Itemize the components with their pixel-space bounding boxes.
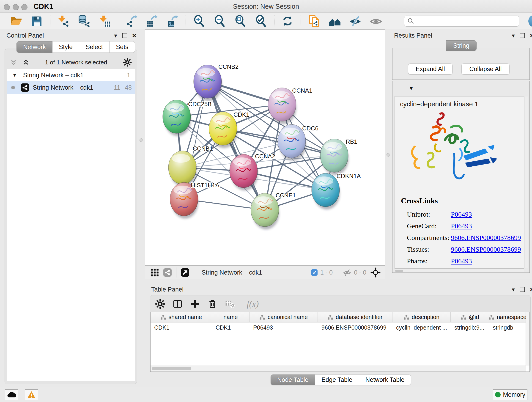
tab-sets[interactable]: Sets (109, 41, 135, 53)
results-panel-float-icon[interactable]: ▾ (512, 32, 515, 38)
results-horizontal-scrollbar[interactable] (395, 269, 524, 272)
table-vertical-scrollbar[interactable] (526, 312, 530, 366)
table-cell[interactable]: stringdb (489, 322, 526, 332)
expand-all-button[interactable]: Expand All (408, 64, 452, 75)
collapse-all-button[interactable]: Collapse All (462, 64, 510, 75)
hide-selected-button[interactable] (345, 14, 366, 28)
left-splitter-handle[interactable] (139, 138, 143, 142)
zoom-out-button[interactable] (209, 14, 230, 28)
table-options-button[interactable] (153, 298, 167, 310)
collapse-triangle-icon[interactable]: ▼ (409, 85, 414, 91)
crosslink-row: Compartments:9606.ENSP00000378699 (407, 232, 522, 243)
birdseye-view-button[interactable] (179, 267, 191, 278)
import-network-from-database-button[interactable] (74, 14, 94, 28)
zoom-in-button[interactable] (189, 14, 209, 28)
show-column-button[interactable] (171, 298, 185, 310)
control-panel-float-icon[interactable]: ▾ (114, 32, 117, 38)
table-horizontal-scrollbar[interactable] (151, 366, 526, 371)
column-header-database-identifier[interactable]: database identifier (318, 312, 393, 322)
table-cell[interactable]: CDK1 (212, 322, 249, 332)
table-cell[interactable]: stringdb:9... (451, 322, 489, 332)
network-node-HIST1H1A[interactable]: HIST1H1A (170, 182, 220, 219)
collapse-all-networks-icon[interactable] (10, 59, 17, 66)
delete-column-button[interactable] (205, 298, 220, 310)
table-cell[interactable]: P06493 (249, 322, 318, 332)
scrollbar-thumb[interactable] (152, 367, 191, 370)
table-panel-maximize-icon[interactable] (520, 287, 525, 292)
crosshair-icon (370, 268, 380, 278)
show-hidden-button[interactable] (366, 14, 386, 28)
apply-layout-refresh-button[interactable] (277, 14, 298, 28)
tab-network-table[interactable]: Network Table (359, 375, 411, 385)
export-table-button[interactable] (142, 14, 162, 28)
results-panel-close-icon[interactable]: × (530, 32, 532, 39)
gene-header-row[interactable]: ▼ (393, 81, 530, 95)
network-options-gear-icon[interactable] (123, 58, 132, 67)
open-session-button[interactable] (6, 14, 27, 28)
results-panel-maximize-icon[interactable] (520, 33, 525, 38)
help-button[interactable]: ? (528, 15, 532, 27)
collapse-triangle-icon[interactable]: ▼ (12, 72, 17, 78)
network-collection-row[interactable]: ▼ String Network – cdk1 1 (7, 69, 135, 81)
column-header--id[interactable]: @id (451, 312, 489, 322)
export-image-button[interactable] (162, 14, 183, 28)
column-header-name[interactable]: name (212, 312, 249, 322)
crosslink-link[interactable]: 9606.ENSP00000378699 (451, 245, 521, 253)
network-node-CCNA2[interactable]: CCNA2 (230, 153, 275, 191)
column-header-namespace[interactable]: namespace (489, 312, 526, 322)
import-network-button[interactable] (53, 14, 74, 28)
table-panel-float-icon[interactable]: ▾ (512, 287, 515, 293)
import-table-button[interactable] (94, 14, 115, 28)
network-node-label: CDC6 (302, 125, 318, 132)
network-node-CCNE1[interactable]: CCNE1 (251, 192, 296, 230)
fit-selected-crosshair-button[interactable] (369, 267, 382, 278)
network-node-CDC25B[interactable]: CDC25B (163, 100, 212, 136)
show-all-networks-button[interactable] (324, 14, 345, 28)
column-header-canonical-name[interactable]: canonical name (249, 312, 318, 322)
tab-select[interactable]: Select (79, 41, 109, 53)
search-input[interactable] (404, 16, 519, 27)
control-panel-maximize-icon[interactable] (122, 33, 127, 38)
control-panel-close-icon[interactable]: × (132, 32, 136, 39)
crosslink-link[interactable]: 9606.ENSP00000378699 (451, 234, 521, 242)
export-network-button[interactable] (121, 14, 142, 28)
right-splitter-handle[interactable] (386, 153, 390, 157)
clone-network-button[interactable] (304, 14, 324, 28)
tab-edge-table[interactable]: Edge Table (315, 375, 359, 385)
tab-node-table[interactable]: Node Table (271, 375, 315, 385)
column-header-shared-name[interactable]: shared name (151, 312, 212, 322)
control-panel-tabs: Network Style Select Sets (17, 41, 135, 53)
expand-all-networks-icon[interactable] (22, 59, 29, 66)
crosslink-link[interactable]: P06493 (451, 222, 472, 230)
network-node-CDKN1A[interactable]: CDKN1A (312, 172, 361, 210)
grid-view-button[interactable] (148, 267, 161, 278)
results-vertical-scrollbar[interactable] (524, 96, 528, 268)
network-view-canvas[interactable]: CCNB2CCNA1CDC25BCDK1CDC6RB1CCNB1CCNA2CDK… (145, 29, 385, 266)
network-node-CDK1[interactable]: CDK1 (209, 111, 249, 148)
create-column-button[interactable] (188, 298, 202, 310)
table-cell[interactable]: cyclin–dependent ... (393, 322, 451, 332)
tab-style[interactable]: Style (52, 41, 79, 53)
selected-checkbox-icon[interactable] (311, 269, 317, 276)
network-view-mode-button[interactable] (161, 267, 174, 278)
cloud-status-button[interactable] (5, 389, 18, 400)
network-row-selected[interactable]: String Network – cdk1 11 48 (7, 81, 135, 94)
zoom-selected-button[interactable] (251, 14, 271, 28)
tab-network[interactable]: Network (17, 41, 52, 53)
network-node-RB1[interactable]: RB1 (320, 138, 357, 175)
column-header-description[interactable]: description (393, 312, 451, 322)
zoom-fit-button[interactable] (230, 14, 251, 28)
network-collection-label: String Network – cdk1 (23, 72, 84, 79)
tab-string[interactable]: String (446, 40, 476, 51)
crosslink-link[interactable]: P06493 (451, 211, 472, 218)
table-row[interactable]: CDK1CDK1P064939606.ENSP00000378699cyclin… (151, 322, 530, 332)
table-panel-close-icon[interactable]: × (530, 286, 532, 293)
warnings-button[interactable] (25, 389, 38, 400)
crosslink-link[interactable]: P06493 (451, 257, 472, 265)
network-node-CCNB1[interactable]: CCNB1 (168, 145, 213, 187)
table-cell[interactable]: CDK1 (151, 322, 212, 332)
save-session-button[interactable] (27, 14, 47, 28)
table-cell[interactable]: 9606.ENSP00000378699 (318, 322, 393, 332)
memory-status-button[interactable]: Memory (493, 389, 527, 400)
network-node-CCNA1[interactable]: CCNA1 (268, 87, 312, 124)
